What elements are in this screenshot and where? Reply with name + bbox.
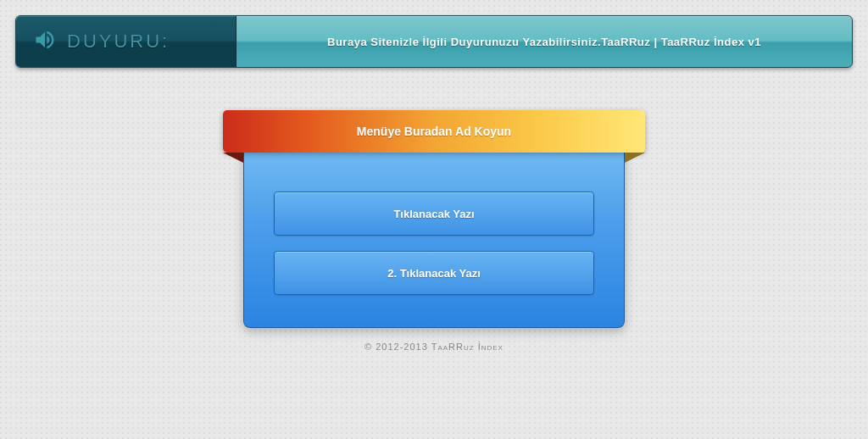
announcement-message: Buraya Sitenizle İlgili Duyurunuzu Yazab… [327,36,761,48]
ribbon-fold-left [223,153,243,163]
announcement-bar: Duyuru: Buraya Sitenizle İlgili Duyurunu… [15,15,853,68]
ribbon-fold-right [625,153,645,163]
speaker-icon [33,28,57,55]
announcement-text: Buraya Sitenizle İlgili Duyurunuzu Yazab… [236,16,852,67]
menu-item-2[interactable]: 2. Tıklanacak Yazı [274,251,594,295]
menu-item-1[interactable]: Tıklanacak Yazı [274,192,594,236]
footer-copyright: © 2012-2013 TaaRRuz İndex [243,342,625,352]
menu-panel: Tıklanacak Yazı 2. Tıklanacak Yazı [243,149,625,328]
menu-title-ribbon: Menüye Buradan Ad Koyun [223,110,645,153]
menu-title: Menüye Buradan Ad Koyun [357,125,511,138]
menu-wrapper: Menüye Buradan Ad Koyun Tıklanacak Yazı … [243,110,625,352]
announcement-label-text: Duyuru: [67,31,170,53]
announcement-label: Duyuru: [16,16,236,67]
